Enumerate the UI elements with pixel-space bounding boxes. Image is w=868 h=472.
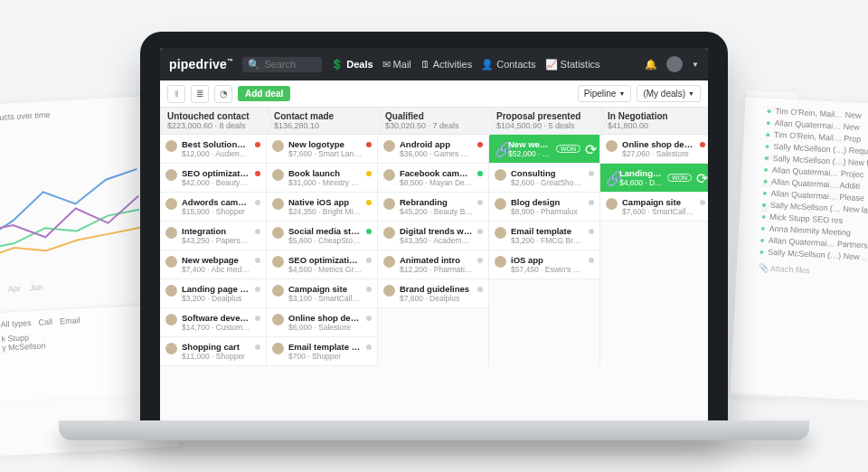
deal-card[interactable]: Campaign site$3,100 · SmartCall Ltd <box>267 279 377 308</box>
deal-card[interactable]: Book launch$31,000 · Ministry of Educati… <box>267 164 377 193</box>
deal-subtitle: $43,350 · Academy of Design <box>400 236 473 245</box>
deal-title: Native iOS app <box>288 197 362 207</box>
pipeline-column: In Negotiation$41,800.00Online shop desi… <box>600 108 708 366</box>
deal-subtitle: $24,350 · Bright Mind Publishing <box>288 207 362 216</box>
deal-card[interactable]: Online shop design$6,000 · Salestore <box>267 308 377 337</box>
deal-subtitle: $5,800 · CheapStore4U <box>288 236 362 245</box>
column-header[interactable]: Qualified$30,020.50 · 7 deals <box>378 108 488 135</box>
user-avatar[interactable] <box>666 56 683 72</box>
deal-card[interactable]: SEO optimization deal$4,500 · Metrics Gr… <box>267 250 377 279</box>
deal-card[interactable]: Native iOS app$24,350 · Bright Mind Publ… <box>267 193 377 222</box>
chevron-down-icon[interactable]: ▼ <box>692 61 699 69</box>
deal-card[interactable]: Digital trends workshop$43,350 · Academy… <box>378 222 488 250</box>
deal-subtitle: $27,060 · Salestore <box>622 149 695 158</box>
column-header[interactable]: Untouched contact$223,000.60 · 8 deals <box>160 108 266 135</box>
avatar <box>272 314 284 326</box>
deal-title: SEO optimization deal <box>288 255 362 265</box>
nav-mail[interactable]: ✉Mail <box>382 59 411 71</box>
avatar <box>165 169 177 181</box>
deal-card[interactable]: Android app$36,000 · Games Central Ltd <box>378 135 488 164</box>
deal-title: Campaign site <box>288 284 362 294</box>
pipeline-dropdown[interactable]: Pipeline ▼ <box>578 85 632 102</box>
deal-card[interactable]: Shopping cart$11,000 · Shopper <box>160 337 266 366</box>
status-dot <box>477 258 483 263</box>
app-screen: pipedrive™ 🔍 💲Deals ✉Mail 🗓Activities 👤C… <box>160 48 708 422</box>
nav-contacts[interactable]: 👤Contacts <box>481 59 535 71</box>
deal-card[interactable]: 🔗Landing page$4,600 · DealplusWON⟳ <box>600 164 708 193</box>
avatar <box>383 256 395 268</box>
nav-statistics[interactable]: 📈Statistics <box>545 59 600 71</box>
deal-card[interactable]: Landing page project$3,200 · Dealplus <box>160 279 266 308</box>
deal-card[interactable]: Blog design$8,900 · Pharmalux <box>489 193 599 222</box>
avatar <box>383 227 395 239</box>
status-dot <box>589 200 594 205</box>
status-dot <box>589 229 594 234</box>
column-header[interactable]: In Negotiation$41,800.00 <box>600 108 708 135</box>
deal-subtitle: $700 · Shopper <box>288 352 362 361</box>
deal-card[interactable]: Rebranding$45,200 · Beauty Booth <box>378 193 488 222</box>
main-nav: 💲Deals ✉Mail 🗓Activities 👤Contacts 📈Stat… <box>331 59 599 71</box>
deal-subtitle: $8,500 · Mayan Design <box>400 178 473 187</box>
avatar <box>606 140 618 152</box>
avatar <box>272 285 284 297</box>
status-dot <box>477 171 483 176</box>
deal-subtitle: $31,000 · Ministry of Education <box>288 178 362 187</box>
deal-card[interactable]: Email template design$700 · Shopper <box>267 337 377 366</box>
deal-card[interactable]: Campaign site$7,600 · SmartCall Ltd <box>600 193 708 222</box>
deal-title: iOS app <box>511 255 584 265</box>
deal-card[interactable]: Adwords campaign$15,900 · Shopper <box>160 193 266 222</box>
search-box[interactable]: 🔍 <box>242 57 322 72</box>
avatar <box>165 343 177 354</box>
deal-card[interactable]: SEO optimization$42,000 · BeautynLaw Sho… <box>160 164 266 193</box>
bell-icon[interactable]: 🔔 <box>645 59 657 71</box>
avatar <box>383 169 395 181</box>
deal-card[interactable]: Brand guidelines$7,600 · Dealplus <box>378 279 488 308</box>
status-dot <box>366 316 372 321</box>
deal-card[interactable]: Online shop design$27,060 · Salestore <box>600 135 708 164</box>
column-title: Proposal presented <box>496 111 594 121</box>
deal-title: Landing page <box>619 168 663 178</box>
deal-subtitle: $52,000 · CollaborateLab <box>508 149 552 158</box>
nav-deals[interactable]: 💲Deals <box>331 59 373 71</box>
view-timeline-button[interactable]: ◔ <box>214 85 232 103</box>
mail-row[interactable]: Sally McSellson (…) New lan <box>759 247 868 261</box>
deal-card[interactable]: Software development$14,700 · Customer G… <box>160 308 266 337</box>
deal-subtitle: $4,600 · Dealplus <box>619 178 663 187</box>
deal-title: Android app <box>400 139 473 149</box>
deal-title: New logotype <box>288 139 362 149</box>
avatar <box>272 140 284 152</box>
link-icon: 🔗 <box>606 170 615 179</box>
pipeline-board: Untouched contact$223,000.60 · 8 dealsBe… <box>160 108 708 422</box>
deal-card[interactable]: 🔗New website$52,000 · CollaborateLabWON⟳ <box>489 135 599 164</box>
deal-card[interactable]: iOS app$57,450 · Eswin's Kitchen <box>489 250 599 279</box>
deal-card[interactable]: Email template$3,200 · FMCG Bread Co. <box>489 222 599 250</box>
mail-icon: ✉ <box>382 59 391 71</box>
deal-card[interactable]: New webpage$7,400 · Abc medicals <box>160 250 266 279</box>
column-header[interactable]: Proposal presented$104,500.90 · 5 deals <box>489 108 599 135</box>
laptop-frame: pipedrive™ 🔍 💲Deals ✉Mail 🗓Activities 👤C… <box>140 32 728 430</box>
deal-card[interactable]: Integration$43,250 · Papersand <box>160 222 266 250</box>
status-dot <box>255 200 260 205</box>
deal-card[interactable]: Consulting$2,600 · GreatShoes Factory <box>489 164 599 193</box>
mydeals-dropdown[interactable]: (My deals) ▼ <box>637 85 701 102</box>
column-header[interactable]: Contact made$136,280.10 <box>267 108 377 135</box>
view-pipeline-button[interactable]: ⫴ <box>167 85 185 103</box>
view-list-button[interactable]: ≣ <box>191 85 209 103</box>
deal-card[interactable]: Best Solutions Deal$12,000 · Audience Me… <box>160 135 266 164</box>
nav-activities[interactable]: 🗓Activities <box>420 59 472 70</box>
column-summary: $41,800.00 <box>608 121 705 130</box>
deal-title: Campaign site <box>622 197 695 207</box>
deal-card[interactable]: Animated intro$12,200 · Pharmatics Group <box>378 250 488 279</box>
search-input[interactable] <box>264 59 316 70</box>
deal-card[interactable]: Social media strategy$5,800 · CheapStore… <box>267 222 377 250</box>
avatar <box>272 227 284 239</box>
deal-subtitle: $7,600 · Smart Language Ltd <box>288 149 362 158</box>
deal-subtitle: $6,000 · Salestore <box>288 323 362 332</box>
chevron-down-icon: ▼ <box>618 90 625 97</box>
deal-card[interactable]: New logotype$7,600 · Smart Language Ltd <box>267 135 377 164</box>
status-dot <box>589 258 594 263</box>
pipeline-column: Untouched contact$223,000.60 · 8 dealsBe… <box>160 108 267 366</box>
avatar <box>383 285 395 297</box>
add-deal-button[interactable]: Add deal <box>238 86 290 101</box>
deal-card[interactable]: Facebook campaign$8,500 · Mayan Design <box>378 164 488 193</box>
